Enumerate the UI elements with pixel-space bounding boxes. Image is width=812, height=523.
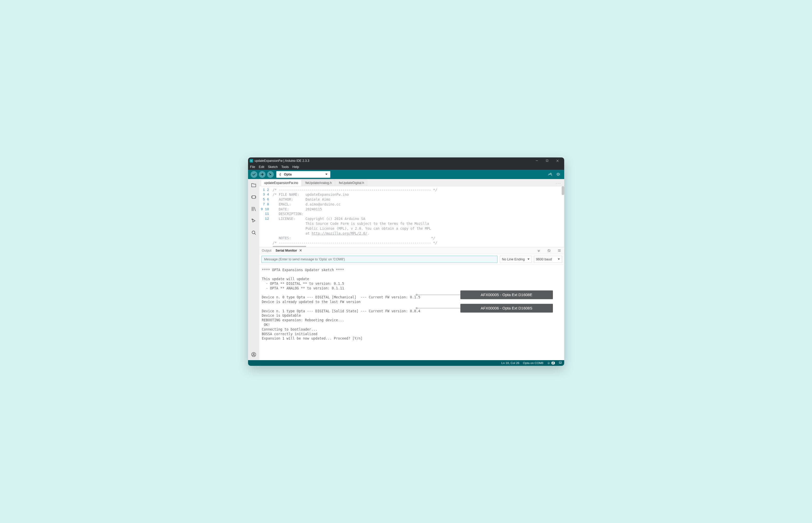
main-body: updateExpansionFw.ino fwUpdateAnalog.h f… <box>248 179 564 360</box>
annotation-pointer-icon <box>416 307 418 309</box>
line-ending-label: No Line Ending <box>502 257 525 261</box>
clear-output-icon[interactable] <box>547 248 551 253</box>
tab-output[interactable]: Output <box>262 249 272 252</box>
close-button[interactable] <box>552 158 563 164</box>
menu-tools[interactable]: Tools <box>281 165 289 169</box>
vertical-scrollbar[interactable] <box>562 186 564 195</box>
svg-rect-0 <box>546 160 548 162</box>
tab-serial-monitor[interactable]: Serial Monitor ✕ <box>276 249 302 252</box>
code-content: /* -------------------------------------… <box>259 186 564 247</box>
svg-point-5 <box>558 174 558 175</box>
panel-menu-icon[interactable] <box>557 248 562 253</box>
chevron-down-icon <box>527 258 529 260</box>
notification-count: 2 <box>551 361 555 364</box>
svg-rect-6 <box>252 196 255 198</box>
code-link[interactable]: http://mozilla.org/MPL/2.0/ <box>312 232 367 235</box>
chevron-down-icon <box>324 171 329 178</box>
editor-tab[interactable]: updateExpansionFw.ino <box>261 180 302 186</box>
svg-point-8 <box>252 231 255 234</box>
menubar: File Edit Sketch Tools Help <box>248 164 564 170</box>
close-serial-tab-icon[interactable]: ✕ <box>299 249 302 252</box>
boards-manager-icon[interactable] <box>251 194 257 200</box>
svg-rect-3 <box>279 175 280 175</box>
library-manager-icon[interactable] <box>251 206 257 212</box>
menu-help[interactable]: Help <box>292 165 299 169</box>
serial-output: **** OPTA Expansions Updater sketch ****… <box>259 265 564 360</box>
svg-point-10 <box>253 353 254 355</box>
maximize-button[interactable] <box>542 158 552 164</box>
editor-tabstrip: updateExpansionFw.ino fwUpdateAnalog.h f… <box>259 179 564 186</box>
debug-button[interactable] <box>267 171 274 178</box>
tab-serial-label: Serial Monitor <box>276 249 297 252</box>
bottom-panel-tabs: Output Serial Monitor ✕ <box>259 247 564 254</box>
chevron-down-icon <box>558 258 560 260</box>
upload-button[interactable] <box>259 171 266 178</box>
app-window: ∞ updateExpansionFw | Arduino IDE 2.3.3 … <box>248 158 564 366</box>
baud-rate-select[interactable]: 9600 baud <box>534 256 562 263</box>
status-board[interactable]: Opta on COM8 <box>523 361 543 365</box>
minimize-button[interactable] <box>532 158 542 164</box>
annotation-badge: AFX00006 - Opta Ext D1608S <box>460 304 553 312</box>
line-ending-select[interactable]: No Line Ending <box>500 256 532 263</box>
status-bar: Ln 18, Col 26 Opta on COM8 2 <box>248 360 564 366</box>
debug-panel-icon[interactable] <box>251 218 257 224</box>
titlebar: ∞ updateExpansionFw | Arduino IDE 2.3.3 <box>248 158 564 164</box>
editor-tab[interactable]: fwUpdateAnalog.h <box>302 180 335 186</box>
annotation-pointer-icon <box>416 294 418 296</box>
baud-label: 9600 baud <box>536 257 552 261</box>
app-logo-icon: ∞ <box>250 159 253 163</box>
usb-icon <box>278 173 282 176</box>
status-cursor[interactable]: Ln 18, Col 26 <box>501 361 519 365</box>
window-title: updateExpansionFw | Arduino IDE 2.3.3 <box>255 159 309 163</box>
serial-plotter-icon[interactable] <box>547 171 553 178</box>
board-selector-label: Opta <box>284 173 322 176</box>
editor-more-icon[interactable]: · · · <box>554 180 562 186</box>
status-close-panel-icon[interactable] <box>559 361 562 365</box>
search-icon[interactable] <box>251 230 257 236</box>
svg-point-2 <box>280 174 281 174</box>
line-number-gutter: 1 2 3 4 5 6 7 8 9 10 11 12 <box>259 188 271 222</box>
board-selector[interactable]: Opta <box>276 171 330 178</box>
content-area: updateExpansionFw.ino fwUpdateAnalog.h f… <box>259 179 564 360</box>
svg-point-1 <box>269 173 270 174</box>
toolbar: Opta <box>248 170 564 179</box>
horizontal-scrollbar[interactable] <box>273 246 306 247</box>
annotation-badge: AFX00005 - Opta Ext D1608E <box>460 290 553 299</box>
activity-bar <box>248 179 259 360</box>
status-notifications[interactable]: 2 <box>547 361 555 364</box>
annotation-label: AFX00005 - Opta Ext D1608E <box>481 292 532 297</box>
menu-sketch[interactable]: Sketch <box>268 165 278 169</box>
svg-rect-13 <box>559 363 561 363</box>
account-icon[interactable] <box>251 351 257 358</box>
code-editor[interactable]: 1 2 3 4 5 6 7 8 9 10 11 12 /* ----------… <box>259 186 564 247</box>
collapse-panel-icon[interactable] <box>536 248 541 253</box>
verify-button[interactable] <box>251 171 257 178</box>
menu-file[interactable]: File <box>250 165 255 169</box>
serial-controls: No Line Ending 9600 baud <box>259 254 564 265</box>
serial-message-input[interactable] <box>261 256 498 263</box>
menu-edit[interactable]: Edit <box>259 165 264 169</box>
editor-tab[interactable]: fwUpdateDigital.h <box>336 180 367 186</box>
svg-point-7 <box>252 219 253 220</box>
sketchbook-icon[interactable] <box>251 182 257 188</box>
annotation-label: AFX00006 - Opta Ext D1608S <box>481 306 532 310</box>
serial-monitor-icon[interactable] <box>555 171 562 178</box>
